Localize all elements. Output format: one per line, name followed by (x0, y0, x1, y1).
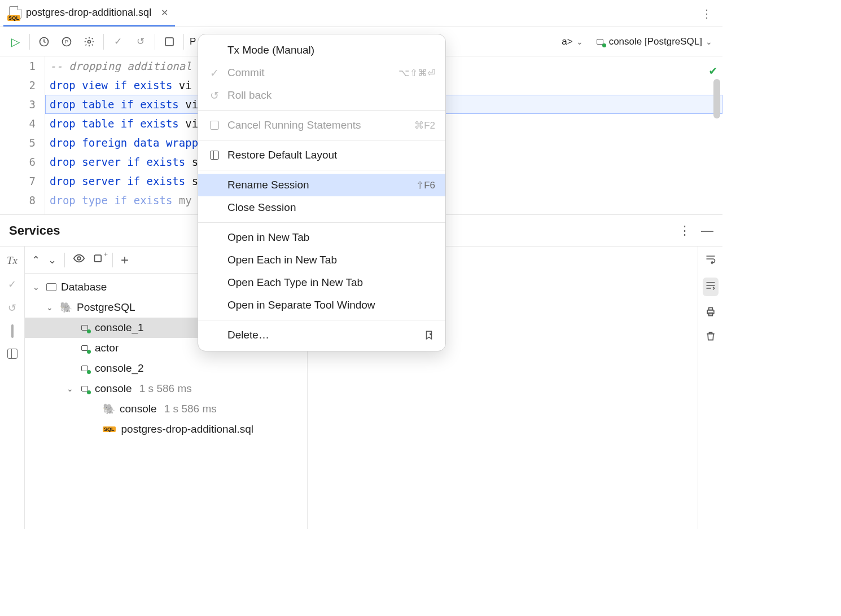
new-session-icon[interactable]: + (93, 253, 104, 267)
playground-icon[interactable]: P (58, 33, 75, 50)
add-icon[interactable]: + (121, 252, 129, 268)
menu-delete[interactable]: Delete… (198, 324, 445, 346)
chevron-down-icon: ⌄ (706, 37, 712, 46)
tab-filename: postgres-drop-additional.sql (26, 7, 151, 19)
layout-icon[interactable] (7, 349, 17, 359)
editor-gutter: 12345678 (0, 56, 45, 214)
history-icon[interactable] (36, 33, 52, 50)
schema-dropdown[interactable]: a> ⌄ (558, 36, 586, 47)
menu-close-session[interactable]: Close Session (198, 196, 445, 219)
datasource-plug-icon (80, 363, 90, 373)
menu-rollback: ↺Roll back (198, 84, 445, 107)
show-hidden-icon[interactable] (73, 252, 85, 267)
stop-icon[interactable] (11, 325, 14, 337)
sql-file-icon: SQL (103, 426, 116, 432)
postgresql-icon: 🐘 (60, 301, 72, 314)
folder-icon (46, 283, 56, 291)
collapse-all-icon[interactable]: ⌄ (48, 254, 56, 266)
soft-wrap-icon[interactable] (705, 253, 716, 267)
menu-commit: ✓Commit ⌥⇧⌘⏎ (198, 61, 445, 84)
scroll-to-end-icon[interactable] (703, 278, 719, 296)
editor-tabbar: SQL postgres-drop-additional.sql ✕ ⋮ (0, 0, 722, 27)
settings-gear-icon[interactable] (81, 33, 98, 50)
menu-rename-session[interactable]: Rename Session ⇧F6 (198, 174, 445, 196)
svg-point-4 (77, 257, 81, 260)
menu-restore-layout[interactable]: Restore Default Layout (198, 144, 445, 166)
tree-row[interactable]: 🐘console 1 s 586 ms (25, 399, 307, 419)
svg-rect-8 (708, 313, 712, 316)
console-session-dropdown[interactable]: console [PostgreSQL] ⌄ (592, 36, 716, 47)
svg-text:P: P (65, 39, 68, 45)
services-hide-icon[interactable]: — (701, 223, 713, 238)
menu-open-each-new-tab[interactable]: Open Each in New Tab (198, 249, 445, 271)
menu-cancel-running: Cancel Running Statements ⌘F2 (198, 114, 445, 137)
chevron-down-icon: ⌄ (576, 37, 583, 46)
services-options-icon[interactable]: ⋮ (678, 223, 691, 238)
delete-bookmark-icon (423, 330, 435, 340)
services-right-rail (698, 247, 722, 529)
tree-row[interactable]: console_2 (25, 358, 307, 379)
tx-mode-icon[interactable]: Tx (7, 254, 17, 267)
editor-scrollbar[interactable] (713, 79, 720, 118)
menu-tx-mode[interactable]: Tx Mode (Manual) (198, 39, 445, 61)
commit-icon[interactable]: ✓ (8, 278, 16, 291)
svg-rect-7 (708, 308, 712, 310)
editor-tab[interactable]: SQL postgres-drop-additional.sql ✕ (3, 0, 175, 27)
services-left-rail: Tx ✓ ↻ (0, 247, 25, 529)
print-icon[interactable] (705, 306, 716, 320)
menu-open-separate-window[interactable]: Open in Separate Tool Window (198, 294, 445, 316)
tab-overflow-menu-icon[interactable]: ⋮ (699, 6, 715, 21)
rollback-icon[interactable]: ↻ (8, 302, 16, 314)
menu-open-each-type-new-tab[interactable]: Open Each Type in New Tab (198, 271, 445, 294)
close-tab-icon[interactable]: ✕ (159, 7, 169, 17)
menu-open-new-tab[interactable]: Open in New Tab (198, 226, 445, 249)
svg-point-3 (88, 40, 91, 43)
commit-check-icon[interactable]: ✓ (109, 33, 126, 50)
datasource-plug-icon (80, 384, 90, 394)
run-icon[interactable]: ▷ (7, 33, 24, 50)
session-context-menu: Tx Mode (Manual) ✓Commit ⌥⇧⌘⏎ ↺Roll back… (198, 34, 446, 351)
sql-file-icon: SQL (9, 6, 21, 19)
postgresql-icon: 🐘 (103, 403, 115, 415)
datasource-plug-icon (80, 343, 90, 353)
stop-icon[interactable] (161, 33, 178, 50)
expand-all-icon[interactable]: ⌃ (32, 254, 40, 266)
tree-row[interactable]: ⌄console 1 s 586 ms (25, 379, 307, 399)
services-title: Services (9, 223, 60, 238)
datasource-plug-icon (595, 37, 606, 47)
clear-all-icon[interactable] (705, 331, 716, 345)
datasource-plug-icon (80, 323, 90, 333)
svg-rect-5 (95, 255, 102, 262)
rollback-undo-icon[interactable]: ↺ (132, 33, 149, 50)
tree-row[interactable]: SQLpostgres-drop-additional.sql (25, 419, 307, 439)
inspection-ok-icon[interactable]: ✔ (709, 61, 717, 80)
